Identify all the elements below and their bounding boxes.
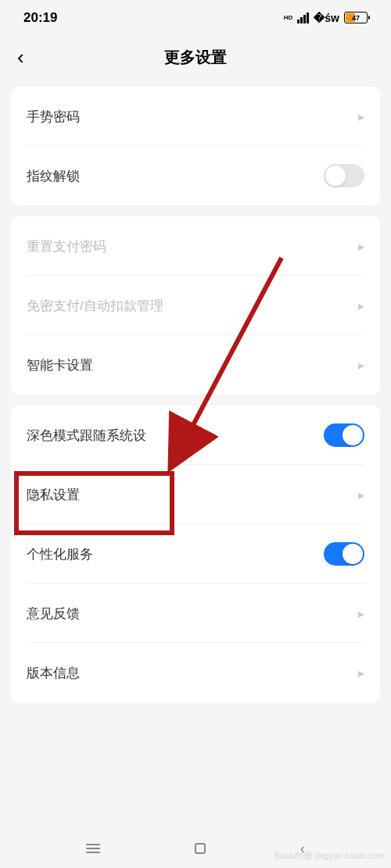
settings-group-3: 深色模式跟随系统设 隐私设置 ▸ 个性化服务 意见反馈 ▸ 版本信息 ▸ [11,405,380,702]
smart-card-settings-item[interactable]: 智能卡设置 ▸ [11,335,380,395]
hd-indicator: HD [284,14,293,21]
nav-header: ‹ 更多设置 [0,35,391,79]
settings-group-2: 重置支付密码 ▸ 免密支付/自动扣款管理 ▸ 智能卡设置 ▸ [11,216,380,395]
item-label: 深色模式跟随系统设 [27,427,146,445]
status-time: 20:19 [23,10,57,26]
fingerprint-unlock-item[interactable]: 指纹解锁 [11,146,380,205]
chevron-right-icon: ▸ [358,606,364,621]
item-label: 智能卡设置 [27,356,93,374]
settings-group-1: 手势密码 ▸ 指纹解锁 [11,87,380,205]
chevron-right-icon: ▸ [358,239,364,254]
personalized-services-item[interactable]: 个性化服务 [11,524,380,584]
chevron-right-icon: ▸ [358,358,364,373]
reset-payment-password-item[interactable]: 重置支付密码 ▸ [11,216,380,276]
battery-icon: 47 [344,12,368,23]
chevron-right-icon: ▸ [358,488,364,502]
home-button[interactable] [195,843,206,854]
privacy-settings-item[interactable]: 隐私设置 ▸ [11,465,380,524]
chevron-right-icon: ▸ [358,109,364,124]
fingerprint-toggle[interactable] [324,164,364,188]
dark-mode-toggle[interactable] [324,423,364,447]
chevron-right-icon: ▸ [358,298,364,313]
status-indicators: HD �św 47 [284,12,368,24]
android-nav-bar: ‹ [0,829,391,868]
recent-apps-button[interactable] [86,844,100,853]
status-bar: 20:19 HD �św 47 [0,0,391,35]
gesture-password-item[interactable]: 手势密码 ▸ [11,87,380,146]
item-label: 隐私设置 [27,486,80,504]
watermark: Baidu经验 jingyan.baidu.com [274,850,385,862]
item-label: 版本信息 [27,664,80,682]
page-title: 更多设置 [164,47,227,68]
version-info-item[interactable]: 版本信息 ▸ [11,643,380,702]
dark-mode-item[interactable]: 深色模式跟随系统设 [11,405,380,465]
wifi-icon: �św [314,12,339,24]
item-label: 意见反馈 [27,605,80,623]
password-free-payment-item[interactable]: 免密支付/自动扣款管理 ▸ [11,276,380,335]
item-label: 手势密码 [27,108,80,126]
back-button[interactable]: ‹ [17,45,24,70]
item-label: 个性化服务 [27,545,93,563]
item-label: 免密支付/自动扣款管理 [27,297,163,315]
personalized-toggle[interactable] [324,542,364,566]
item-label: 重置支付密码 [27,238,106,255]
item-label: 指纹解锁 [27,167,80,185]
feedback-item[interactable]: 意见反馈 ▸ [11,584,380,643]
signal-icon [297,13,309,23]
chevron-right-icon: ▸ [358,666,364,680]
settings-content: 手势密码 ▸ 指纹解锁 重置支付密码 ▸ 免密支付/自动扣款管理 ▸ 智能卡设置… [0,79,391,702]
